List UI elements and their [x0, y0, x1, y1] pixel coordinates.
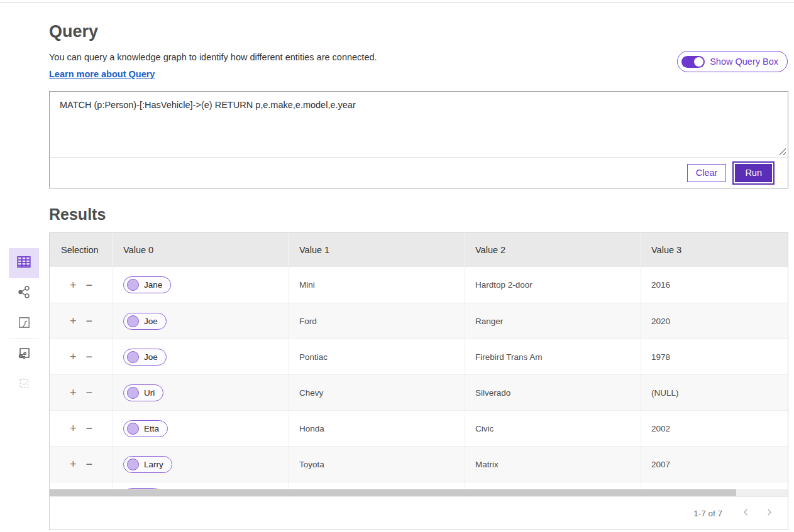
prev-page-button[interactable]: [741, 508, 751, 519]
horizontal-scrollbar[interactable]: [50, 489, 788, 496]
value-cell: Hardtop 2-door: [465, 267, 641, 303]
entity-dot-icon: [127, 423, 139, 435]
add-to-selection-button[interactable]: +: [70, 423, 77, 434]
column-header-value1: Value 1: [289, 233, 465, 267]
add-to-selection-button[interactable]: +: [70, 280, 77, 291]
results-table: Selection Value 0 Value 1 Value 2 Value …: [49, 232, 788, 530]
value-cell: Pontiac: [289, 339, 465, 374]
selection-cell: + −: [50, 375, 113, 410]
entity-pill[interactable]: Joe: [123, 313, 167, 330]
value-cell: Honda: [289, 411, 465, 446]
entity-cell: Jane: [113, 267, 289, 303]
selection-view-icon: [17, 376, 31, 393]
learn-more-link[interactable]: Learn more about Query: [49, 68, 155, 80]
entity-label: Jane: [144, 280, 162, 290]
query-input-area: MATCH (p:Person)-[:HasVehicle]->(e) RETU…: [50, 92, 788, 158]
table-body: + − Jane Mini Hardtop 2-door 2016 + − Jo…: [50, 267, 788, 489]
link-chart-view-icon: [16, 285, 31, 302]
remove-from-selection-button[interactable]: −: [86, 459, 93, 470]
table-row: + − Larry Toyota Matrix 2007: [50, 446, 788, 482]
toggle-switch-icon[interactable]: [681, 56, 705, 68]
table-view-button[interactable]: [9, 248, 39, 278]
table-row: + − Joe Ford Ranger 2020: [50, 303, 788, 339]
value-cell: 2002: [641, 411, 788, 446]
value-cell: 1978: [641, 339, 788, 374]
query-input[interactable]: MATCH (p:Person)-[:HasVehicle]->(e) RETU…: [50, 92, 788, 157]
value-cell: Firebird Trans Am: [465, 339, 641, 374]
value-cell: Ford: [289, 303, 465, 339]
add-to-link-chart-button[interactable]: [9, 339, 39, 369]
entity-cell: Larry: [113, 447, 289, 482]
results-view-sidebar: [0, 232, 49, 530]
table-row: + −: [50, 482, 788, 489]
add-to-selection-button[interactable]: +: [70, 315, 77, 327]
map-view-button[interactable]: [9, 308, 39, 339]
column-header-selection: Selection: [50, 233, 113, 267]
entity-dot-icon: [127, 459, 139, 470]
selection-cell: + −: [50, 267, 113, 303]
entity-cell: [113, 482, 289, 489]
entity-dot-icon: [127, 387, 139, 399]
table-row: + − Jane Mini Hardtop 2-door 2016: [50, 267, 788, 303]
chevron-left-icon: [741, 508, 751, 519]
entity-pill[interactable]: Joe: [123, 349, 167, 366]
entity-label: Joe: [144, 352, 158, 362]
table-row: + − Joe Pontiac Firebird Trans Am 1978: [50, 339, 788, 374]
pagination-label: 1-7 of 7: [693, 509, 722, 518]
remove-from-selection-button[interactable]: −: [86, 315, 93, 327]
value-cell: [641, 482, 788, 489]
value-cell: [465, 482, 641, 489]
map-view-icon: [17, 315, 31, 332]
remove-from-selection-button[interactable]: −: [86, 423, 93, 434]
value-cell: 2016: [641, 267, 788, 303]
entity-pill[interactable]: Jane: [123, 276, 171, 293]
scrollbar-thumb[interactable]: [50, 489, 736, 496]
remove-from-selection-button[interactable]: −: [86, 280, 93, 291]
entity-cell: Uri: [113, 375, 289, 410]
page-title: Query: [49, 21, 794, 41]
table-row: + − Uri Chevy Silverado (NULL): [50, 374, 788, 410]
chevron-right-icon: [764, 508, 774, 519]
entity-cell: Etta: [113, 411, 289, 446]
run-button[interactable]: Run: [735, 164, 772, 182]
entity-cell: Joe: [113, 303, 289, 339]
selection-view-button[interactable]: [9, 369, 39, 399]
value-cell: 2020: [641, 303, 788, 339]
value-cell: Civic: [465, 411, 641, 446]
value-cell: (NULL): [641, 375, 788, 410]
entity-pill[interactable]: Larry: [123, 456, 172, 473]
selection-cell: + −: [50, 339, 113, 374]
value-cell: Silverado: [465, 375, 641, 410]
add-to-selection-button[interactable]: +: [70, 351, 77, 362]
query-box: MATCH (p:Person)-[:HasVehicle]->(e) RETU…: [49, 91, 788, 188]
toggle-label: Show Query Box: [710, 57, 778, 67]
results-title: Results: [49, 205, 794, 224]
entity-pill[interactable]: Uri: [123, 384, 163, 401]
entity-label: Uri: [144, 388, 155, 398]
value-cell: Toyota: [289, 447, 465, 482]
column-header-value0: Value 0: [113, 233, 289, 267]
selection-cell: + −: [50, 411, 113, 446]
value-cell: Ranger: [465, 303, 641, 339]
show-query-box-toggle[interactable]: Show Query Box: [677, 51, 788, 72]
selection-cell: + −: [50, 482, 113, 489]
add-to-selection-button[interactable]: +: [70, 459, 77, 470]
clear-button[interactable]: Clear: [687, 164, 727, 182]
table-header: Selection Value 0 Value 1 Value 2 Value …: [50, 233, 788, 267]
selection-cell: + −: [50, 303, 113, 339]
value-cell: 2007: [641, 447, 788, 482]
remove-from-selection-button[interactable]: −: [86, 387, 93, 398]
table-view-icon: [16, 254, 32, 273]
entity-label: Etta: [144, 424, 159, 433]
entity-pill[interactable]: Etta: [123, 420, 168, 437]
value-cell: [289, 482, 465, 489]
entity-dot-icon: [127, 279, 139, 291]
remove-from-selection-button[interactable]: −: [86, 351, 93, 362]
value-cell: Mini: [289, 267, 465, 303]
link-chart-view-button[interactable]: [9, 278, 39, 308]
value-cell: Matrix: [465, 447, 641, 482]
add-to-selection-button[interactable]: +: [70, 387, 77, 398]
next-page-button[interactable]: [764, 508, 774, 519]
column-header-value2: Value 2: [465, 233, 641, 267]
query-actions: Clear Run: [50, 158, 788, 188]
